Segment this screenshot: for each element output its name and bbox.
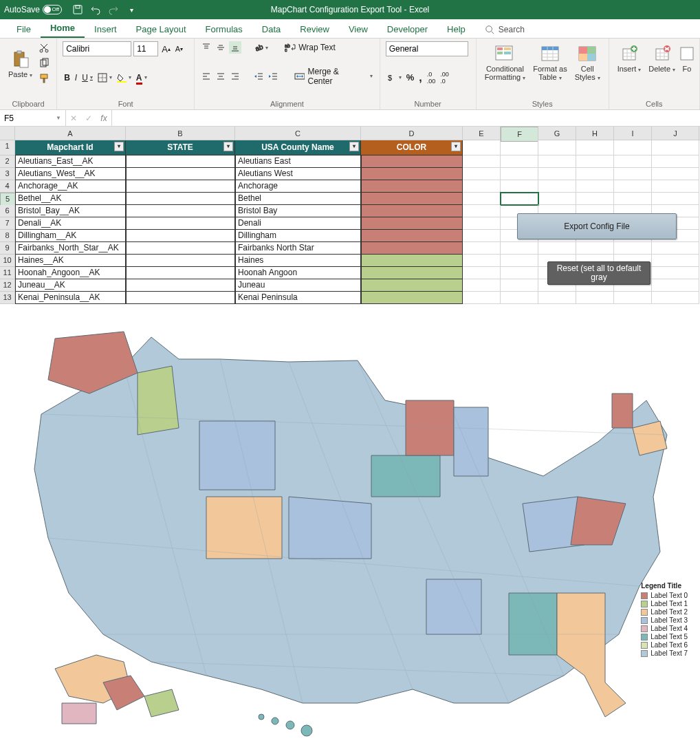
- cell-F9[interactable]: [501, 242, 538, 255]
- cell-F4[interactable]: [501, 180, 538, 193]
- italic-button[interactable]: I: [74, 72, 78, 84]
- cell-I3[interactable]: [614, 168, 652, 180]
- row-header-12[interactable]: 12: [0, 279, 15, 292]
- cell-mapchart-id[interactable]: Denali__AK: [15, 217, 126, 230]
- fill-color-button[interactable]: [116, 72, 133, 84]
- font-color-button[interactable]: A: [135, 72, 149, 84]
- bold-button[interactable]: B: [63, 72, 72, 84]
- cell-state[interactable]: [126, 180, 235, 193]
- cell-state[interactable]: [126, 267, 235, 279]
- filter-button[interactable]: ▾: [223, 142, 233, 151]
- increase-indent-button[interactable]: [267, 70, 279, 83]
- tab-formulas[interactable]: Formulas: [196, 21, 252, 38]
- cell-F10[interactable]: [501, 255, 538, 267]
- cell-state[interactable]: [126, 230, 235, 242]
- cell-G9[interactable]: [538, 242, 576, 255]
- cell-E7[interactable]: [463, 217, 501, 230]
- format-painter-button[interactable]: [37, 72, 51, 85]
- cell-color[interactable]: [361, 193, 463, 205]
- accounting-format-button[interactable]: $: [386, 72, 403, 84]
- align-top-button[interactable]: [200, 41, 212, 54]
- filter-button[interactable]: ▾: [114, 142, 124, 151]
- cell-county[interactable]: Hoonah Angoon: [235, 267, 361, 279]
- cell-H13[interactable]: [576, 292, 614, 304]
- cell-E1[interactable]: [463, 140, 501, 155]
- cell-state[interactable]: [126, 168, 235, 180]
- align-center-button[interactable]: [215, 70, 227, 83]
- cell-I13[interactable]: [614, 292, 652, 304]
- cell-mapchart-id[interactable]: Dillingham__AK: [15, 230, 126, 242]
- column-header-G[interactable]: G: [538, 127, 576, 140]
- cell-state[interactable]: [126, 193, 235, 205]
- cell-mapchart-id[interactable]: Fairbanks_North_Star__AK: [15, 242, 126, 255]
- cell-E9[interactable]: [463, 242, 501, 255]
- cell-F13[interactable]: [501, 292, 538, 304]
- cell-county[interactable]: Fairbanks North Star: [235, 242, 361, 255]
- save-icon[interactable]: [70, 2, 85, 17]
- cell-E5[interactable]: [463, 193, 501, 205]
- cell-county[interactable]: Aleutians East: [235, 155, 361, 168]
- row-header-4[interactable]: 4: [0, 180, 15, 193]
- format-cells-button[interactable]: Fo: [680, 41, 694, 74]
- cell-G1[interactable]: [538, 140, 576, 155]
- cell-J11[interactable]: [652, 267, 699, 279]
- cell-E6[interactable]: [463, 205, 501, 217]
- cell-county[interactable]: Denali: [235, 217, 361, 230]
- wrap-text-button[interactable]: abc Wrap Text: [283, 41, 337, 54]
- cell-county[interactable]: Kenai Peninsula: [235, 292, 361, 304]
- cell-J2[interactable]: [652, 155, 699, 168]
- column-header-E[interactable]: E: [463, 127, 501, 140]
- cell-J12[interactable]: [652, 279, 699, 292]
- column-header-A[interactable]: A: [15, 127, 126, 140]
- cancel-formula-icon[interactable]: ✕: [66, 114, 81, 123]
- cell-color[interactable]: [361, 292, 463, 304]
- align-left-button[interactable]: [200, 70, 212, 83]
- cell-F2[interactable]: [501, 155, 538, 168]
- cell-I5[interactable]: [614, 193, 652, 205]
- cell-H2[interactable]: [576, 155, 614, 168]
- redo-icon[interactable]: [106, 2, 121, 17]
- cut-button[interactable]: [37, 41, 51, 55]
- cell-F3[interactable]: [501, 168, 538, 180]
- cell-mapchart-id[interactable]: Bristol_Bay__AK: [15, 205, 126, 217]
- formula-input[interactable]: [112, 110, 700, 126]
- cell-state[interactable]: [126, 255, 235, 267]
- reset-button[interactable]: Reset (set all to default gray: [547, 261, 650, 285]
- tab-page-layout[interactable]: Page Layout: [127, 21, 196, 38]
- conditional-formatting-button[interactable]: Conditional Formatting: [482, 41, 529, 83]
- align-middle-button[interactable]: [215, 41, 227, 54]
- increase-decimal-button[interactable]: .0.00: [426, 69, 437, 86]
- cell-color[interactable]: [361, 242, 463, 255]
- cell-color[interactable]: [361, 155, 463, 168]
- row-header-1[interactable]: 1: [0, 140, 15, 155]
- export-config-button[interactable]: Export Config File: [517, 213, 677, 239]
- font-size-input[interactable]: [133, 41, 158, 56]
- cell-H5[interactable]: [576, 193, 614, 205]
- tab-data[interactable]: Data: [252, 21, 290, 38]
- cell-color[interactable]: [361, 255, 463, 267]
- cell-state[interactable]: [126, 279, 235, 292]
- cell-F5[interactable]: [501, 193, 538, 205]
- row-header-10[interactable]: 10: [0, 255, 15, 267]
- cell-state[interactable]: [126, 155, 235, 168]
- cell-county[interactable]: Bristol Bay: [235, 205, 361, 217]
- cell-H9[interactable]: [576, 242, 614, 255]
- cell-mapchart-id[interactable]: Haines__AK: [15, 255, 126, 267]
- row-header-2[interactable]: 2: [0, 155, 15, 168]
- font-name-input[interactable]: [63, 41, 131, 56]
- cell-E3[interactable]: [463, 168, 501, 180]
- undo-icon[interactable]: [88, 2, 103, 17]
- cell-mapchart-id[interactable]: Bethel__AK: [15, 193, 126, 205]
- orientation-button[interactable]: ab: [252, 41, 270, 54]
- cell-G5[interactable]: [538, 193, 576, 205]
- cell-J9[interactable]: [652, 242, 699, 255]
- row-header-13[interactable]: 13: [0, 292, 15, 304]
- cell-G13[interactable]: [538, 292, 576, 304]
- cell-state[interactable]: [126, 217, 235, 230]
- row-header-3[interactable]: 3: [0, 168, 15, 180]
- cell-mapchart-id[interactable]: Hoonah_Angoon__AK: [15, 267, 126, 279]
- align-bottom-button[interactable]: [229, 41, 241, 54]
- tab-help[interactable]: Help: [437, 21, 475, 38]
- cell-mapchart-id[interactable]: Aleutians_East__AK: [15, 155, 126, 168]
- cell-G3[interactable]: [538, 168, 576, 180]
